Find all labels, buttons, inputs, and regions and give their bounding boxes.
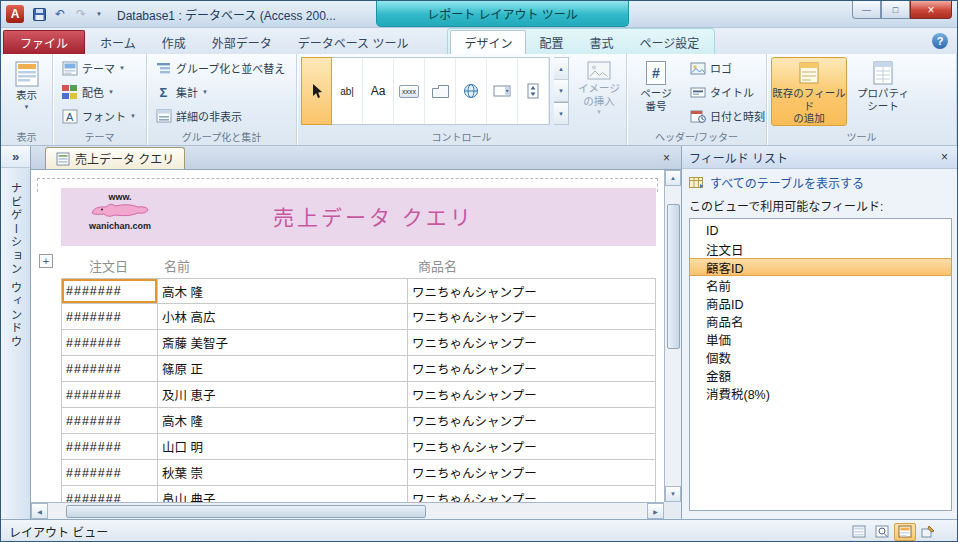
cell-product[interactable]: ワニちゃんシャンプー bbox=[408, 408, 656, 434]
title-button[interactable]: タイトル bbox=[685, 81, 769, 103]
date-time-button[interactable]: 日付と時刻 bbox=[685, 105, 769, 127]
tab-control[interactable] bbox=[425, 58, 456, 124]
cell-product[interactable]: ワニちゃんシャンプー bbox=[408, 356, 656, 382]
horizontal-scroll-thumb[interactable] bbox=[66, 505, 426, 518]
add-existing-fields-button[interactable]: 既存のフィールド の追加 bbox=[771, 57, 847, 126]
nav-expand-icon[interactable]: » bbox=[1, 146, 30, 168]
tab-create[interactable]: 作成 bbox=[149, 30, 199, 54]
cell-date[interactable]: ####### bbox=[61, 382, 158, 408]
view-button[interactable]: 表示 ▼ bbox=[5, 57, 48, 131]
field-item[interactable]: 名前 bbox=[690, 276, 951, 294]
cell-date[interactable]: ####### bbox=[61, 460, 158, 486]
colors-button[interactable]: 配色 ▼ bbox=[57, 81, 142, 103]
spinbutton-control[interactable] bbox=[518, 58, 549, 124]
wanichan-logo[interactable]: www. wanichan.com bbox=[81, 193, 159, 232]
redo-icon[interactable]: ↷ bbox=[72, 6, 90, 23]
cell-date[interactable]: ####### bbox=[61, 330, 158, 356]
field-item[interactable]: 商品ID bbox=[690, 294, 951, 312]
report-title[interactable]: 売上データ クエリ bbox=[273, 201, 474, 231]
field-item-selected[interactable]: 顧客ID bbox=[690, 258, 951, 276]
scroll-right-icon[interactable]: ▶ bbox=[647, 503, 664, 519]
cell-date[interactable]: ####### bbox=[61, 434, 158, 460]
select-pointer-control[interactable] bbox=[301, 57, 332, 125]
gallery-scroll-up-icon[interactable]: ▲ bbox=[554, 58, 568, 80]
insert-image-button[interactable]: イメージ の挿入 ▼ bbox=[573, 57, 625, 116]
layout-move-anchor[interactable]: + bbox=[39, 254, 53, 268]
label-control[interactable]: Aa bbox=[363, 58, 394, 124]
help-icon[interactable]: ? bbox=[932, 33, 948, 49]
document-tab[interactable]: 売上データ クエリ bbox=[45, 147, 185, 169]
access-app-icon[interactable]: A bbox=[6, 5, 24, 23]
button-control[interactable]: xxxx bbox=[394, 58, 425, 124]
document-close-icon[interactable]: × bbox=[659, 150, 674, 165]
layout-view-button[interactable] bbox=[894, 523, 916, 541]
cell-product[interactable]: ワニちゃんシャンプー bbox=[408, 278, 656, 304]
field-item[interactable]: 金額 bbox=[690, 366, 951, 384]
cell-product[interactable]: ワニちゃんシャンプー bbox=[408, 486, 656, 502]
field-item[interactable]: 注文日 bbox=[690, 240, 951, 258]
cell-name[interactable]: 高木 隆 bbox=[158, 278, 408, 304]
cell-product[interactable]: ワニちゃんシャンプー bbox=[408, 382, 656, 408]
report-header-band[interactable]: www. wanichan.com 売上データ クエリ bbox=[61, 188, 656, 246]
fonts-button[interactable]: A フォント ▼ bbox=[57, 105, 142, 127]
vertical-scroll-thumb[interactable] bbox=[667, 204, 680, 349]
page-number-button[interactable]: # ページ 番号 bbox=[631, 57, 681, 113]
totals-button[interactable]: Σ 集計 ▼ bbox=[151, 81, 292, 103]
field-item[interactable]: ID bbox=[690, 222, 951, 240]
field-item[interactable]: 消費税(8%) bbox=[690, 384, 951, 402]
combobox-control[interactable] bbox=[487, 58, 518, 124]
logo-button[interactable]: ロゴ bbox=[685, 57, 769, 79]
tab-db-tools[interactable]: データベース ツール bbox=[285, 30, 422, 54]
print-preview-button[interactable] bbox=[871, 523, 893, 541]
cell-name[interactable]: 及川 恵子 bbox=[158, 382, 408, 408]
cell-name[interactable]: 秋葉 崇 bbox=[158, 460, 408, 486]
field-item[interactable]: 個数 bbox=[690, 348, 951, 366]
cell-product[interactable]: ワニちゃんシャンプー bbox=[408, 460, 656, 486]
property-sheet-button[interactable]: プロパティ シート bbox=[851, 57, 915, 113]
tab-arrange[interactable]: 配置 bbox=[526, 30, 576, 54]
design-view-button[interactable] bbox=[917, 523, 939, 541]
column-header-date[interactable]: 注文日 bbox=[61, 250, 158, 278]
undo-icon[interactable]: ↶ bbox=[51, 6, 69, 23]
tab-file[interactable]: ファイル bbox=[3, 30, 85, 54]
gallery-more-icon[interactable]: ▼ bbox=[554, 102, 568, 124]
column-header-name[interactable]: 名前 bbox=[158, 250, 408, 278]
cell-name[interactable]: 小林 高広 bbox=[158, 304, 408, 330]
scroll-left-icon[interactable]: ◀ bbox=[31, 503, 48, 519]
cell-name[interactable]: 畠山 典子 bbox=[158, 486, 408, 502]
cell-name[interactable]: 山口 明 bbox=[158, 434, 408, 460]
tab-page-setup[interactable]: ページ設定 bbox=[626, 30, 712, 54]
field-list-close-icon[interactable]: × bbox=[937, 150, 952, 165]
cell-date[interactable]: ####### bbox=[61, 486, 158, 502]
hyperlink-control[interactable] bbox=[456, 58, 487, 124]
report-view-button[interactable] bbox=[848, 523, 870, 541]
horizontal-scrollbar[interactable]: ◀ ▶ bbox=[31, 502, 664, 519]
cell-date[interactable]: ####### bbox=[61, 356, 158, 382]
hide-details-button[interactable]: 詳細の非表示 bbox=[151, 105, 292, 127]
scroll-down-icon[interactable]: ▼ bbox=[665, 486, 681, 502]
cell-product[interactable]: ワニちゃんシャンプー bbox=[408, 304, 656, 330]
show-all-tables-link[interactable]: すべてのテーブルを表示する bbox=[682, 169, 958, 194]
minimize-button[interactable]: — bbox=[852, 1, 881, 19]
cell-name[interactable]: 篠原 正 bbox=[158, 356, 408, 382]
cell-date[interactable]: ####### bbox=[61, 408, 158, 434]
cell-name[interactable]: 高木 隆 bbox=[158, 408, 408, 434]
cell-date[interactable]: ####### bbox=[61, 304, 158, 330]
themes-button[interactable]: テーマ ▼ bbox=[57, 57, 142, 79]
tab-design[interactable]: デザイン bbox=[450, 30, 526, 55]
tab-format[interactable]: 書式 bbox=[576, 30, 626, 54]
navigation-pane-collapsed[interactable]: » ナビゲーション ウィンドウ bbox=[1, 146, 31, 519]
vertical-scrollbar[interactable]: ▲ ▼ bbox=[664, 170, 681, 502]
maximize-button[interactable]: □ bbox=[881, 1, 910, 19]
group-sort-button[interactable]: グループ化と並べ替え bbox=[151, 57, 292, 79]
save-icon[interactable] bbox=[30, 6, 48, 23]
column-header-product[interactable]: 商品名 bbox=[408, 250, 656, 278]
close-button[interactable]: × bbox=[910, 1, 952, 19]
tab-external-data[interactable]: 外部データ bbox=[199, 30, 285, 54]
field-item[interactable]: 商品名 bbox=[690, 312, 951, 330]
tab-home[interactable]: ホーム bbox=[87, 30, 149, 54]
field-item[interactable]: 単価 bbox=[690, 330, 951, 348]
qat-dropdown-icon[interactable]: ▼ bbox=[93, 6, 105, 23]
cell-date-selected[interactable]: ####### bbox=[61, 278, 158, 304]
scroll-up-icon[interactable]: ▲ bbox=[665, 170, 681, 186]
